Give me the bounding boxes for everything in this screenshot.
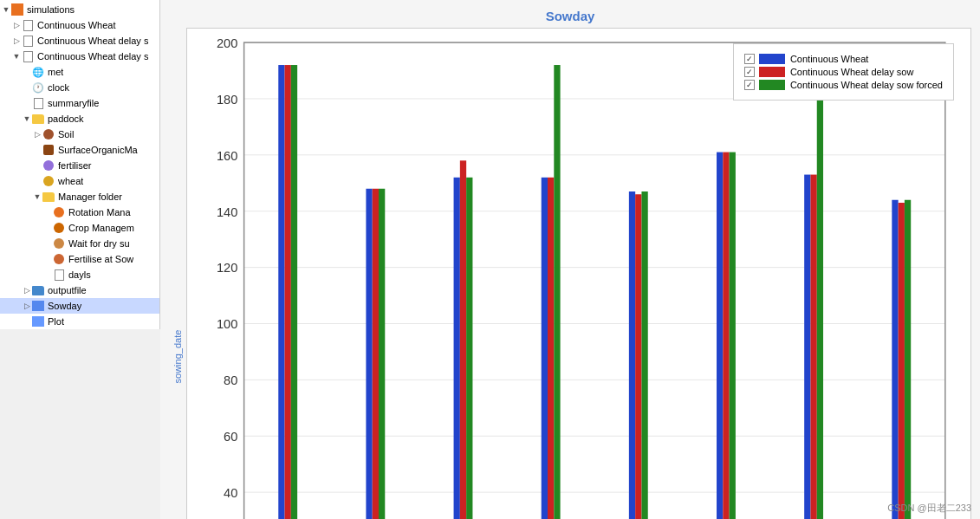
svg-rect-46 bbox=[730, 152, 736, 519]
legend-item-2[interactable]: Continuous Wheat delay sow forced bbox=[744, 80, 943, 90]
sidebar-item-label: clock bbox=[48, 82, 69, 93]
sidebar-item-sowday[interactable]: ▷Sowday bbox=[0, 298, 159, 314]
svg-text:80: 80 bbox=[224, 373, 237, 387]
sidebar-item-label: dayls bbox=[68, 269, 91, 280]
wheat-icon bbox=[42, 174, 55, 188]
sidebar-item-label: Continuous Wheat delay s bbox=[37, 36, 148, 46]
svg-rect-54 bbox=[905, 200, 911, 519]
svg-rect-24 bbox=[278, 65, 284, 519]
svg-rect-37 bbox=[548, 178, 554, 519]
legend-checkbox-1[interactable] bbox=[744, 67, 755, 77]
svg-rect-48 bbox=[804, 175, 810, 519]
rotation-icon bbox=[52, 205, 66, 219]
sidebar-item-rotation-manager[interactable]: Rotation Mana bbox=[0, 204, 159, 220]
svg-rect-40 bbox=[629, 191, 635, 519]
sidebar-item-label: Continuous Wheat bbox=[37, 20, 116, 30]
sidebar-item-simulations[interactable]: ▼simulations bbox=[0, 2, 159, 17]
wait-icon bbox=[52, 237, 66, 250]
sidebar-item-label: met bbox=[48, 67, 63, 77]
legend-item-1[interactable]: Continuous Wheat delay sow bbox=[744, 67, 943, 77]
manager-icon bbox=[42, 190, 55, 204]
sidebar-item-label: SurfaceOrganicMa bbox=[58, 145, 138, 155]
sidebar-item-paddock[interactable]: ▼paddock bbox=[0, 111, 159, 127]
sidebar-item-plot[interactable]: Plot bbox=[0, 314, 159, 329]
page-icon bbox=[21, 34, 35, 48]
sidebar-item-crop-management[interactable]: Crop Managem bbox=[0, 220, 159, 236]
sidebar-item-continuous-wheat[interactable]: ▷Continuous Wheat bbox=[0, 17, 159, 33]
sidebar-item-surface-organic[interactable]: SurfaceOrganicMa bbox=[0, 142, 159, 158]
folder-icon bbox=[31, 112, 45, 126]
chart-svg: 0204060801001201401601802001940194219441… bbox=[187, 29, 970, 519]
sidebar-item-label: Sowday bbox=[48, 301, 81, 311]
legend-color-2 bbox=[759, 80, 785, 90]
sidebar-item-label: summaryfile bbox=[48, 98, 99, 108]
legend-color-1 bbox=[759, 67, 785, 77]
svg-rect-44 bbox=[717, 152, 723, 519]
sidebar-item-manager-folder[interactable]: ▼Manager folder bbox=[0, 189, 159, 204]
sidebar-item-summaryfile[interactable]: summaryfile bbox=[0, 95, 159, 111]
sidebar-item-label: outputfile bbox=[48, 285, 87, 295]
sim-icon bbox=[10, 3, 24, 16]
sidebar-item-soil[interactable]: ▷Soil bbox=[0, 127, 159, 142]
summary-icon bbox=[31, 96, 45, 110]
svg-rect-29 bbox=[373, 189, 379, 519]
svg-text:160: 160 bbox=[217, 149, 237, 163]
page-icon bbox=[52, 268, 66, 282]
sidebar-item-label: Crop Managem bbox=[68, 223, 134, 233]
sidebar-item-wait-for-dry[interactable]: Wait for dry su bbox=[0, 236, 159, 251]
legend-color-0 bbox=[759, 54, 785, 64]
sidebar-item-fertilise-at-sow[interactable]: Fertilise at Sow bbox=[0, 251, 159, 267]
sidebar-item-continuous-wheat-delay2[interactable]: ▼Continuous Wheat delay s bbox=[0, 49, 159, 64]
svg-rect-32 bbox=[454, 178, 460, 519]
svg-rect-28 bbox=[366, 189, 372, 519]
page-icon bbox=[21, 18, 35, 32]
sidebar-item-label: Soil bbox=[58, 129, 74, 139]
clock-icon: 🕐 bbox=[31, 81, 45, 94]
svg-rect-30 bbox=[379, 189, 385, 519]
sidebar-item-label: Manager folder bbox=[58, 191, 122, 202]
fertilise-icon bbox=[52, 252, 66, 266]
plot-icon bbox=[31, 315, 45, 328]
legend-checkbox-0[interactable] bbox=[744, 54, 755, 64]
legend-label-2: Continuous Wheat delay sow forced bbox=[790, 80, 943, 90]
svg-text:120: 120 bbox=[217, 261, 237, 275]
svg-text:40: 40 bbox=[224, 486, 237, 500]
svg-rect-36 bbox=[542, 178, 548, 519]
svg-text:100: 100 bbox=[217, 317, 237, 331]
svg-rect-45 bbox=[723, 152, 729, 519]
sidebar-item-label: Rotation Mana bbox=[68, 207, 131, 217]
sidebar-item-clock[interactable]: 🕐clock bbox=[0, 80, 159, 95]
page-icon bbox=[21, 49, 35, 63]
chart-legend: Continuous WheatContinuous Wheat delay s… bbox=[733, 43, 954, 101]
svg-text:140: 140 bbox=[217, 205, 237, 219]
sidebar-item-fertiliser[interactable]: fertiliser bbox=[0, 158, 159, 173]
met-icon: 🌐 bbox=[31, 65, 45, 79]
sidebar-item-label: fertiliser bbox=[58, 160, 92, 171]
svg-rect-42 bbox=[641, 191, 647, 519]
svg-rect-0 bbox=[244, 42, 945, 519]
legend-item-0[interactable]: Continuous Wheat bbox=[744, 54, 943, 64]
sidebar-item-continuous-wheat-delay[interactable]: ▷Continuous Wheat delay s bbox=[0, 33, 159, 49]
sidebar-item-label: simulations bbox=[27, 4, 75, 15]
svg-rect-38 bbox=[554, 65, 560, 519]
output-icon bbox=[31, 283, 45, 297]
svg-text:200: 200 bbox=[217, 36, 237, 50]
svg-rect-49 bbox=[810, 175, 816, 519]
svg-text:60: 60 bbox=[224, 430, 237, 444]
sidebar-item-dayls[interactable]: dayls bbox=[0, 267, 159, 282]
sidebar-item-label: wheat bbox=[58, 176, 83, 186]
sidebar-item-outputfile[interactable]: ▷outputfile bbox=[0, 282, 159, 298]
legend-label-0: Continuous Wheat bbox=[790, 54, 869, 64]
legend-checkbox-2[interactable] bbox=[744, 80, 755, 90]
sidebar-item-label: Continuous Wheat delay s bbox=[37, 51, 148, 62]
svg-rect-26 bbox=[291, 65, 297, 519]
chart-title: Sowday bbox=[169, 9, 971, 23]
legend-label-1: Continuous Wheat delay sow bbox=[790, 67, 913, 77]
svg-rect-25 bbox=[285, 65, 291, 519]
svg-rect-34 bbox=[466, 178, 472, 519]
sidebar-item-met[interactable]: 🌐met bbox=[0, 64, 159, 80]
svg-rect-41 bbox=[635, 194, 641, 519]
soil-icon bbox=[42, 127, 55, 141]
sidebar-item-wheat[interactable]: wheat bbox=[0, 173, 159, 189]
chart-icon bbox=[31, 299, 45, 313]
